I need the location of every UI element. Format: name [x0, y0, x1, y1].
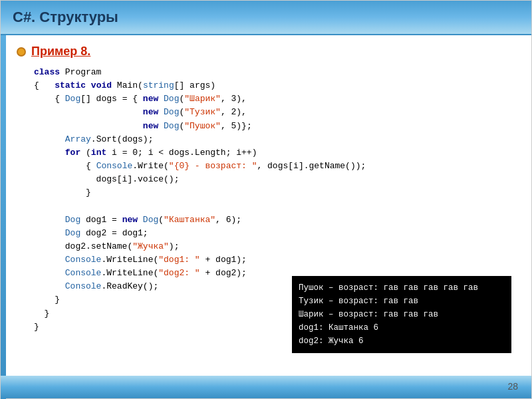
output-line: Тузик – возраст: гав гав [299, 295, 505, 308]
code-line: } [34, 186, 493, 200]
code-line: Dog dog2 = dog1; [34, 227, 493, 240]
output-line: Пушок – возраст: гав гав гав гав гав [299, 281, 505, 295]
code-line: Console.WriteLine("dog1: " + dog1); [34, 253, 493, 267]
code-line: new Dog("Тузик", 2), [34, 106, 493, 119]
code-line: class Program [34, 66, 493, 79]
code-line: { Console.Write("{0} - возраст: ", dogs[… [34, 160, 493, 173]
code-line [34, 200, 493, 213]
slide-title: C#. Структуры [13, 9, 118, 26]
code-line: dogs[i].voice(); [34, 173, 493, 186]
output-line: dog1: Каштанка 6 [299, 321, 505, 334]
output-line: Шарик – возраст: гав гав гав [299, 308, 505, 321]
left-accent-bar [1, 35, 6, 399]
code-line: dog2.setName("Жучка"); [34, 240, 493, 253]
bullet-dot [17, 47, 26, 57]
code-line: { Dog[] dogs = { new Dog("Шарик", 3), [34, 92, 493, 106]
output-terminal: Пушок – возраст: гав гав гав гав гав Туз… [292, 276, 511, 353]
example-label: Пример 8. [31, 45, 90, 59]
slide: C#. Структуры Пример 8. class Program { … [0, 0, 532, 399]
page-number: 28 [507, 381, 518, 392]
code-line: new Dog("Пушок", 5)}; [34, 120, 493, 133]
bottom-bar [1, 376, 531, 398]
code-line: for (int i = 0; i < dogs.Length; i++) [34, 146, 493, 160]
output-line: dog2: Жучка 6 [299, 334, 505, 348]
code-line: { static void Main(string[] args) [34, 79, 493, 92]
code-line: Dog dog1 = new Dog("Каштанка", 6); [34, 213, 493, 227]
code-line: Array.Sort(dogs); [34, 133, 493, 146]
example-bullet-row: Пример 8. [17, 45, 522, 59]
